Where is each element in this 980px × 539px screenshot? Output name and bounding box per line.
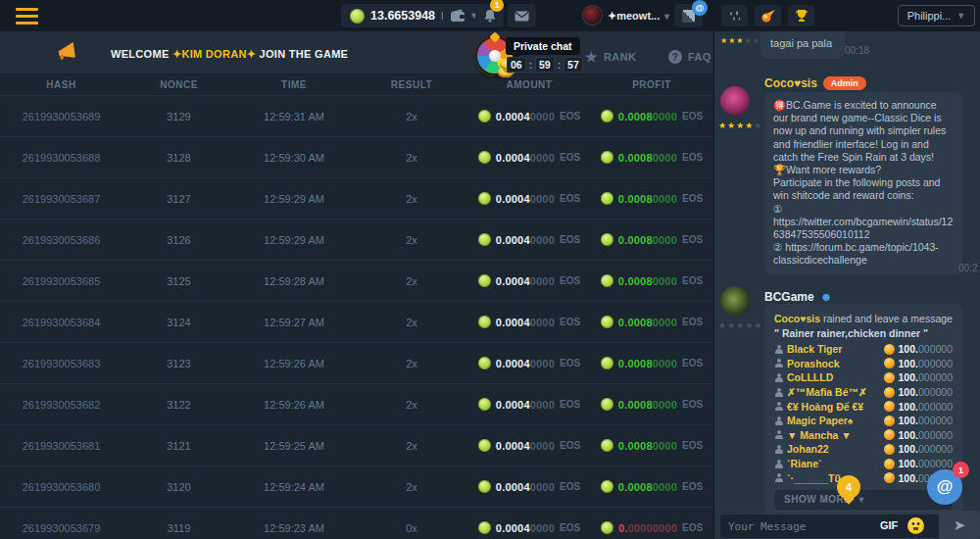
bet-hash: 2619930053681: [0, 440, 122, 452]
recipient-name[interactable]: ✗™Mafia Bé™✗: [787, 386, 880, 398]
region-selector[interactable]: Philippi... ▼: [898, 5, 975, 26]
fireball-icon: [760, 9, 776, 23]
bet-time: 12:59:26 AM: [235, 399, 353, 411]
faq-link[interactable]: ? FAQ: [668, 50, 711, 64]
balance-amount: 13.6653948: [370, 9, 435, 23]
region-label: Philippi...: [907, 10, 952, 22]
bet-profit: 0.00080000 EOS: [588, 151, 715, 164]
emoji-picker-icon[interactable]: [907, 517, 924, 534]
coin-icon: [884, 472, 895, 483]
private-chat-tooltip: Private chat: [506, 37, 580, 55]
eos-coin-icon: [478, 192, 491, 205]
bet-nonce: 3123: [122, 358, 235, 369]
person-icon: [774, 460, 783, 468]
bet-nonce: 3126: [122, 234, 235, 246]
rank-link[interactable]: ★ RANK: [585, 50, 636, 64]
rainer-name: Coco♥sis: [774, 313, 820, 324]
faq-label: FAQ: [688, 51, 711, 63]
bet-row[interactable]: 2619930053681 3121 12:59:25 AM 2x 0.0004…: [0, 424, 715, 466]
messages-button[interactable]: [508, 4, 536, 27]
recipient-name[interactable]: Magic Paper♠: [787, 415, 880, 426]
bet-hash: 2619930053680: [0, 481, 122, 493]
bet-row[interactable]: 2619930053686 3126 12:59:29 AM 2x 0.0004…: [0, 219, 715, 260]
recipient-name[interactable]: `Riane`: [787, 458, 880, 469]
bet-row[interactable]: 2619930053687 3127 12:59:29 AM 2x 0.0004…: [0, 177, 715, 219]
recipient-name[interactable]: Black Tiger: [787, 343, 880, 355]
admin-badge: Admin: [823, 76, 866, 90]
bet-row[interactable]: 2619930053679 3119 12:59:23 AM 0x 0.0004…: [0, 507, 715, 539]
bet-result: 2x: [353, 440, 470, 452]
trophy-button[interactable]: [788, 5, 814, 26]
coin-icon: [884, 344, 895, 355]
currency-label: EOS: [560, 481, 580, 492]
recipient-name[interactable]: CoLLLLD: [787, 371, 880, 383]
show-more-button[interactable]: SHOW MORE ▼: [774, 490, 953, 510]
bet-hash: 2619930053686: [0, 234, 122, 246]
header-profit: PROFIT: [588, 79, 715, 90]
rain-recipient-row: `·______Tũ 100.000000: [774, 470, 953, 485]
notifications-button[interactable]: 1: [475, 4, 504, 27]
mention-notification-badge[interactable]: @: [692, 0, 708, 16]
recipient-name[interactable]: Porashock: [787, 358, 880, 369]
trophy-icon: [795, 9, 808, 23]
bet-profit: 0.00080000 EOS: [588, 480, 715, 493]
user-name[interactable]: ✦meowt...: [608, 10, 660, 23]
bet-profit: 0.00080000 EOS: [588, 398, 715, 411]
user-avatar[interactable]: [583, 6, 602, 24]
currency-label: EOS: [682, 522, 703, 533]
currency-label: EOS: [560, 193, 580, 204]
bet-row[interactable]: 2619930053682 3122 12:59:26 AM 2x 0.0004…: [0, 383, 715, 424]
notification-badge: 1: [490, 0, 504, 12]
rain-recipient-row: Johan22 100.000000: [774, 442, 953, 457]
gif-button[interactable]: GIF: [880, 519, 898, 531]
chat-author-name[interactable]: BCGame: [764, 290, 814, 304]
person-icon: [774, 445, 783, 454]
coin-icon: [884, 401, 895, 412]
fireball-button[interactable]: [755, 5, 781, 26]
currency-label: EOS: [682, 152, 703, 163]
chat-author-name[interactable]: Coco♥sis: [764, 76, 817, 90]
eos-coin-icon: [601, 233, 613, 246]
bet-profit: 0.00080000 EOS: [588, 110, 715, 122]
recipient-name[interactable]: Johan22: [787, 443, 880, 455]
bet-row[interactable]: 2619930053683 3123 12:59:26 AM 2x 0.0004…: [0, 342, 715, 383]
rain-intro-text: rained and leave a message:: [820, 313, 953, 324]
bet-row[interactable]: 2619930053680 3120 12:59:24 AM 2x 0.0004…: [0, 466, 715, 507]
recipient-name[interactable]: `·______Tũ: [787, 472, 880, 484]
send-button[interactable]: ➤: [939, 511, 980, 539]
chat-message-line: ①: [773, 203, 954, 216]
chevron-down-icon[interactable]: ▼: [662, 12, 671, 22]
announcement-banner: WELCOME ✦KIM DORAN✦ JOIN THE GAME N Priv…: [0, 31, 715, 74]
eos-coin-icon: [478, 521, 491, 534]
currency-label: EOS: [560, 317, 580, 327]
bet-time: 12:59:29 AM: [235, 193, 353, 205]
eos-coin-icon: [601, 151, 613, 164]
recipient-name[interactable]: €¥ Hoàng Đế €¥: [787, 401, 880, 413]
eos-coin-icon: [478, 398, 491, 411]
header-amount: AMOUNT: [470, 79, 588, 90]
bet-row[interactable]: 2619930053684 3124 12:59:27 AM 2x 0.0004…: [0, 301, 715, 342]
rain-recipient-row: Magic Paper♠ 100.000000: [774, 414, 953, 428]
chat-message-line: 🉐BC.Game is excited to announce our bran…: [773, 99, 954, 164]
rank-label: RANK: [604, 51, 636, 63]
bet-row[interactable]: 2619930053688 3128 12:59:30 AM 2x 0.0004…: [0, 136, 715, 177]
bet-nonce: 3121: [122, 440, 235, 452]
person-icon: [774, 359, 783, 368]
eos-coin-icon: [601, 357, 613, 369]
bet-amount: 0.00040000 EOS: [470, 439, 588, 452]
wallet-button[interactable]: [443, 4, 471, 27]
rain-button[interactable]: [721, 5, 748, 26]
eos-coin-icon: [601, 398, 613, 411]
bet-row[interactable]: 2619930053689 3129 12:59:31 AM 2x 0.0004…: [0, 95, 715, 136]
chat-avatar[interactable]: [720, 286, 750, 316]
unread-messages-badge[interactable]: 4: [837, 475, 860, 499]
bet-profit: 0.00080000 EOS: [588, 439, 715, 452]
bet-hash: 2619930053685: [0, 275, 122, 287]
rain-icon: [728, 10, 742, 23]
chat-avatar[interactable]: [720, 86, 750, 116]
bet-row[interactable]: 2619930053685 3125 12:59:28 AM 2x 0.0004…: [0, 260, 715, 301]
chat-author-row: Coco♥sis Admin: [764, 76, 866, 90]
header-result: RESULT: [353, 79, 470, 90]
recipient-name[interactable]: ▼ Mancha ▼: [787, 429, 880, 441]
menu-hamburger-icon[interactable]: [16, 8, 38, 24]
